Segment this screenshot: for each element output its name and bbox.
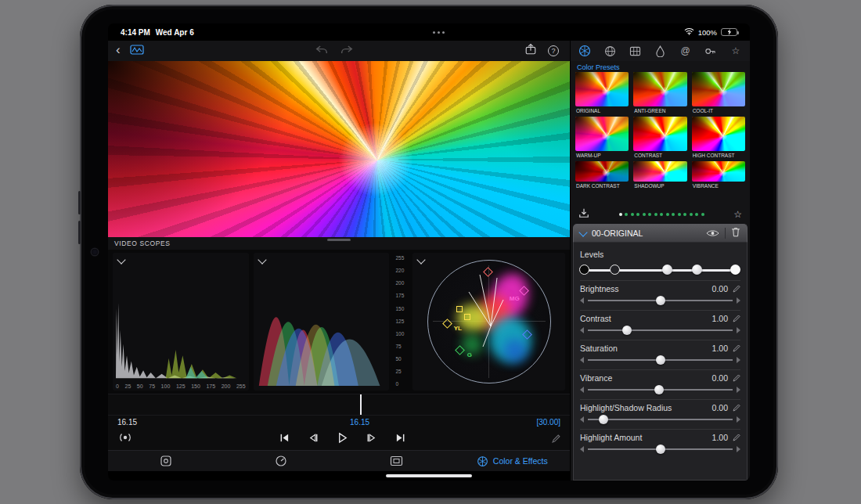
battery-icon	[721, 28, 737, 36]
slider-knob[interactable]	[656, 296, 665, 305]
slider-knob[interactable]	[599, 415, 608, 424]
playhead[interactable]	[360, 394, 362, 415]
tab-color-effects[interactable]: Color & Effects	[455, 455, 571, 467]
levels-black-knob[interactable]	[579, 265, 589, 275]
waveform-axis-ticks: 2552202001751501251007550250	[394, 253, 408, 391]
nudge-left-icon[interactable]	[580, 297, 584, 304]
panel-resize-handle[interactable]	[327, 239, 351, 241]
tab-color-presets-icon[interactable]	[577, 43, 593, 59]
preset-tile[interactable]: ORIGINAL	[575, 72, 629, 116]
vectorscope-marker-square	[456, 306, 463, 312]
vectorscope-collapse-chevron-icon[interactable]	[417, 255, 426, 264]
levels-shadow-knob[interactable]	[610, 265, 620, 275]
timeline-ruler[interactable]	[108, 394, 570, 416]
preset-tile[interactable]: HIGH CONTRAST	[692, 117, 745, 160]
preset-tile[interactable]: ANTI-GREEN	[633, 72, 686, 116]
status-date: Wed Apr 6	[156, 28, 194, 37]
nudge-left-icon[interactable]	[580, 446, 584, 452]
preset-tile[interactable]: COOL-IT	[692, 72, 745, 116]
redo-button[interactable]	[340, 44, 354, 58]
tab-favorites-icon[interactable]: ☆	[728, 43, 744, 59]
play-button[interactable]	[337, 432, 348, 447]
param-slider[interactable]	[588, 295, 733, 306]
tab-stabilizer-icon[interactable]: @	[678, 43, 693, 59]
preset-tile[interactable]: VIBRANCE	[692, 161, 745, 191]
param-slider[interactable]	[588, 384, 733, 395]
edit-value-pencil-icon[interactable]	[733, 344, 740, 352]
preset-label: VIBRANCE	[692, 182, 745, 191]
waveform-collapse-chevron-icon[interactable]	[258, 255, 266, 264]
active-preset-header[interactable]: 00-ORIGINAL	[573, 224, 748, 243]
nudge-right-icon[interactable]	[737, 387, 740, 393]
delete-preset-button[interactable]	[731, 226, 740, 240]
param-slider[interactable]	[588, 355, 733, 365]
preset-tile[interactable]: SHADOWUP	[633, 161, 686, 191]
preset-tile[interactable]: WARM-UP	[575, 117, 629, 160]
nudge-right-icon[interactable]	[737, 357, 740, 363]
multitask-dots-icon	[194, 31, 684, 34]
nudge-right-icon[interactable]	[737, 416, 740, 423]
skip-start-button[interactable]	[279, 432, 290, 446]
levels-mid-knob-2[interactable]	[692, 265, 702, 275]
favorite-preset-button[interactable]: ☆	[733, 210, 742, 219]
edit-value-pencil-icon[interactable]	[733, 434, 740, 441]
param-slider[interactable]	[588, 414, 733, 425]
preset-page-dots[interactable]	[594, 213, 729, 216]
back-button[interactable]: ‹	[116, 43, 121, 56]
param-value: 0.00	[712, 284, 728, 293]
tab-color-ball-icon[interactable]	[602, 43, 618, 59]
preset-label: WARM-UP	[575, 151, 629, 160]
tab-frame-fit[interactable]	[339, 455, 455, 466]
nudge-left-icon[interactable]	[580, 416, 584, 423]
param-slider[interactable]	[588, 325, 733, 336]
nudge-right-icon[interactable]	[737, 327, 740, 333]
nudge-right-icon[interactable]	[737, 446, 740, 452]
tab-clip-adjust[interactable]	[108, 455, 224, 467]
front-camera	[92, 249, 98, 255]
nudge-right-icon[interactable]	[737, 297, 740, 304]
home-indicator[interactable]	[386, 474, 472, 477]
export-button[interactable]	[524, 43, 537, 59]
tab-speed[interactable]	[224, 455, 340, 467]
tab-film-grid-icon[interactable]	[627, 43, 643, 59]
tab-droplet-icon[interactable]	[652, 43, 668, 59]
audio-ripple-icon[interactable]	[117, 432, 133, 446]
charging-bolt-icon	[727, 29, 732, 36]
scopes-toggle-button[interactable]	[130, 44, 144, 58]
help-button[interactable]: ?	[548, 45, 559, 56]
param-slider[interactable]	[588, 444, 733, 455]
preset-visibility-button[interactable]	[706, 226, 719, 240]
undo-button[interactable]	[315, 44, 329, 58]
levels-white-knob[interactable]	[730, 265, 740, 275]
param-row-contrast: Contrast 1.00	[580, 310, 740, 337]
speed-dial-icon	[275, 455, 287, 467]
tick-label: 50	[395, 357, 406, 362]
preset-tile[interactable]: CONTRAST	[633, 117, 686, 160]
levels-slider[interactable]	[583, 262, 737, 278]
nudge-left-icon[interactable]	[580, 387, 584, 393]
slider-knob[interactable]	[656, 355, 665, 365]
histogram-collapse-chevron-icon[interactable]	[117, 255, 125, 264]
edit-pencil-icon[interactable]	[552, 432, 560, 446]
slider-knob[interactable]	[654, 385, 664, 394]
import-preset-button[interactable]	[578, 207, 589, 221]
preset-label: DARK CONTRAST	[575, 182, 629, 191]
tab-chroma-key-icon[interactable]	[703, 43, 719, 59]
skip-end-button[interactable]	[394, 432, 406, 446]
slider-knob[interactable]	[656, 445, 665, 454]
step-back-button[interactable]	[308, 432, 319, 446]
edit-value-pencil-icon[interactable]	[733, 285, 740, 293]
nudge-left-icon[interactable]	[580, 327, 584, 333]
step-forward-button[interactable]	[366, 432, 377, 446]
color-effects-panel: @ ☆ Color Presets ORIGINAL	[570, 41, 750, 481]
active-preset-name: 00-ORIGINAL	[592, 229, 701, 238]
preset-tile[interactable]: DARK CONTRAST	[575, 161, 629, 191]
edit-value-pencil-icon[interactable]	[733, 374, 740, 382]
collapse-preset-chevron-icon[interactable]	[578, 228, 587, 236]
nudge-left-icon[interactable]	[580, 357, 584, 363]
edit-value-pencil-icon[interactable]	[733, 315, 740, 322]
edit-value-pencil-icon[interactable]	[733, 404, 740, 412]
page-dot	[690, 213, 693, 216]
slider-knob[interactable]	[622, 326, 632, 335]
levels-mid-knob-1[interactable]	[662, 265, 672, 275]
